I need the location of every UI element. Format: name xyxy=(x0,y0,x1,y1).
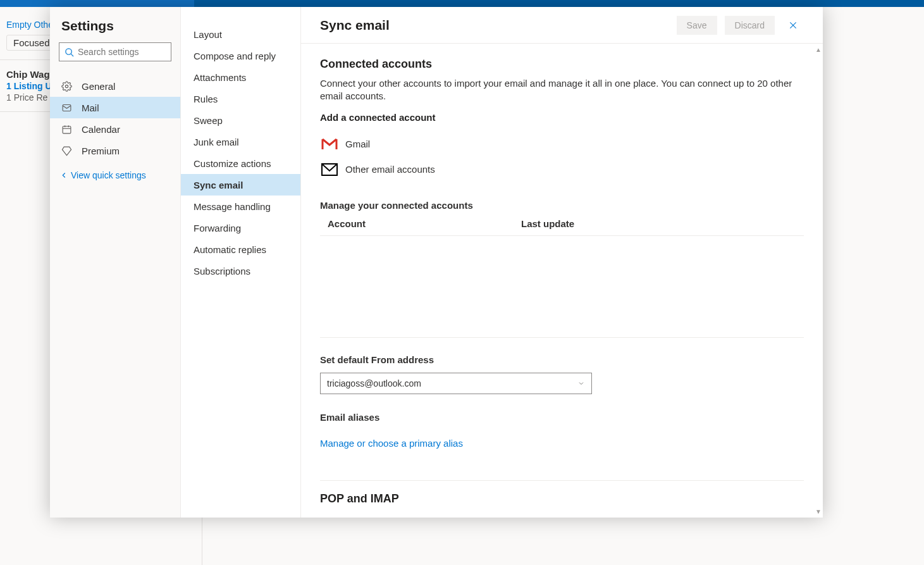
sub-item-rules[interactable]: Rules xyxy=(181,88,300,109)
add-gmail-button[interactable]: Gmail xyxy=(320,132,804,157)
detail-header: Sync email Save Discard xyxy=(301,7,823,44)
sub-item-sync-email[interactable]: Sync email xyxy=(181,174,300,196)
default-from-heading: Set default From address xyxy=(320,354,804,365)
nav-item-calendar[interactable]: Calendar xyxy=(50,118,180,140)
pop-imap-heading: POP and IMAP xyxy=(320,492,804,506)
envelope-icon xyxy=(320,162,339,177)
calendar-icon xyxy=(61,124,74,135)
quick-settings-label: View quick settings xyxy=(71,170,146,180)
sub-item-forwarding[interactable]: Forwarding xyxy=(181,217,300,239)
chevron-down-icon xyxy=(577,380,585,387)
sub-item-customize[interactable]: Customize actions xyxy=(181,152,300,174)
email-aliases-heading: Email aliases xyxy=(320,412,804,423)
sub-item-message-handling[interactable]: Message handling xyxy=(181,196,300,217)
manage-alias-link[interactable]: Manage or choose a primary alias xyxy=(320,438,463,449)
section-separator xyxy=(320,337,804,338)
connected-accounts-heading: Connected accounts xyxy=(320,58,804,71)
gear-icon xyxy=(61,81,74,92)
add-connected-account-label: Add a connected account xyxy=(320,112,804,123)
view-quick-settings-link[interactable]: View quick settings xyxy=(50,161,180,189)
nav-item-premium[interactable]: Premium xyxy=(50,140,180,161)
app-title-bar xyxy=(0,0,924,7)
chevron-left-icon xyxy=(59,171,68,180)
settings-title: Settings xyxy=(50,7,180,42)
svg-rect-3 xyxy=(63,104,71,111)
nav-item-mail[interactable]: Mail xyxy=(50,97,180,118)
sub-item-layout[interactable]: Layout xyxy=(181,23,300,45)
nav-label-premium: Premium xyxy=(82,146,120,156)
nav-label-mail: Mail xyxy=(82,102,99,113)
detail-title: Sync email xyxy=(320,18,669,33)
mail-icon xyxy=(61,102,74,113)
col-last-update: Last update xyxy=(521,218,796,229)
svg-rect-4 xyxy=(63,126,71,133)
search-settings-box[interactable] xyxy=(59,42,171,61)
manage-connected-heading: Manage your connected accounts xyxy=(320,200,804,211)
search-settings-input[interactable] xyxy=(78,47,166,57)
add-other-email-button[interactable]: Other email accounts xyxy=(320,157,804,182)
sub-item-automatic-replies[interactable]: Automatic replies xyxy=(181,239,300,260)
default-from-value: triciagoss@outlook.com xyxy=(327,378,421,388)
svg-marker-8 xyxy=(62,147,71,155)
svg-point-2 xyxy=(65,85,68,87)
close-button[interactable] xyxy=(782,15,804,36)
connected-accounts-desc: Connect your other accounts to import yo… xyxy=(320,77,804,103)
nav-label-calendar: Calendar xyxy=(82,124,120,135)
svg-line-1 xyxy=(71,54,73,56)
search-icon xyxy=(65,47,74,57)
sub-item-sweep[interactable]: Sweep xyxy=(181,109,300,131)
gmail-icon xyxy=(320,137,339,152)
svg-point-0 xyxy=(66,48,71,54)
mail-subcategories-column: Layout Compose and reply Attachments Rul… xyxy=(181,7,301,518)
gmail-label: Gmail xyxy=(345,139,370,149)
nav-item-general[interactable]: General xyxy=(50,75,180,97)
sub-item-subscriptions[interactable]: Subscriptions xyxy=(181,260,300,282)
accounts-table-header: Account Last update xyxy=(320,218,804,236)
settings-nav-column: Settings General Mail xyxy=(50,7,181,518)
sub-item-junk[interactable]: Junk email xyxy=(181,131,300,152)
sub-item-attachments[interactable]: Attachments xyxy=(181,66,300,88)
sub-item-compose[interactable]: Compose and reply xyxy=(181,45,300,66)
close-icon xyxy=(788,20,798,30)
other-email-label: Other email accounts xyxy=(345,164,435,175)
discard-button[interactable]: Discard xyxy=(725,16,775,35)
settings-modal: Settings General Mail xyxy=(50,7,823,518)
col-account: Account xyxy=(328,218,521,229)
default-from-dropdown[interactable]: triciagoss@outlook.com xyxy=(320,373,592,394)
settings-detail-column: Sync email Save Discard ▲ ▼ Connected ac… xyxy=(301,7,823,518)
save-button[interactable]: Save xyxy=(677,16,717,35)
tab-focused[interactable]: Focused xyxy=(6,35,57,51)
detail-scroll-area[interactable]: Connected accounts Connect your other ac… xyxy=(301,44,823,518)
premium-icon xyxy=(61,146,74,156)
nav-label-general: General xyxy=(82,81,115,92)
